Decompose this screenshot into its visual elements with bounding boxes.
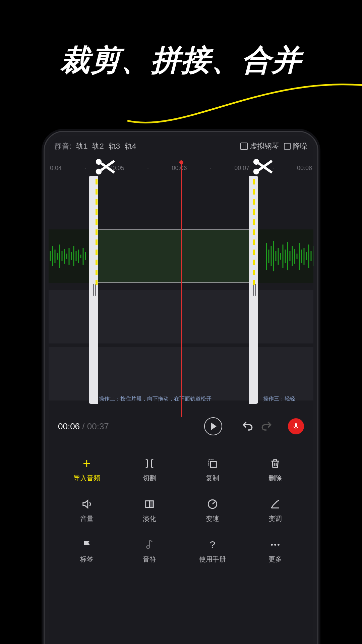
tool-copy[interactable]: 复制 [181, 457, 244, 483]
svg-point-107 [271, 544, 273, 546]
ruler-tick: 00:06 [172, 165, 187, 172]
ruler-dot: · [147, 165, 149, 172]
fade-icon [143, 497, 156, 511]
tool-label: 音符 [143, 555, 156, 564]
tool-manual[interactable]: ? 使用手册 [181, 538, 244, 564]
total-time: 00:37 [87, 421, 109, 431]
tool-volume[interactable]: 音量 [55, 497, 118, 523]
tool-split[interactable]: 切割 [118, 457, 181, 483]
plus-icon: + [80, 457, 94, 470]
pitch-icon [268, 497, 282, 511]
noise-label: 降噪 [293, 141, 307, 151]
tool-label: 变速 [206, 514, 219, 523]
tool-marker[interactable]: 标签 [55, 538, 118, 564]
time-readout: 00:06 / 00:37 [58, 421, 109, 432]
virtual-piano-button[interactable]: 虚拟钢琴 [240, 141, 279, 151]
tool-label: 复制 [206, 474, 219, 483]
piano-icon [240, 143, 248, 150]
scissors-icon [250, 155, 274, 178]
hero-title: 裁剪、拼接、合并 [0, 40, 362, 80]
svg-point-108 [274, 544, 276, 546]
svg-point-106 [147, 546, 150, 549]
tool-label: 变调 [268, 514, 282, 523]
ruler-tick: 00:08 [297, 165, 312, 172]
tool-speed[interactable]: 变速 [181, 497, 244, 523]
clip-hint-text: 操作二：按住片段，向下拖动，在下面轨道松开 [99, 395, 212, 402]
svg-rect-103 [146, 501, 149, 507]
note-icon [143, 538, 156, 551]
trim-dash [96, 179, 98, 286]
microphone-icon [292, 423, 300, 430]
more-icon [268, 538, 282, 551]
svg-rect-102 [210, 462, 216, 467]
current-time: 00:06 [58, 421, 80, 431]
speed-icon [206, 497, 219, 511]
tool-label: 切割 [143, 474, 156, 483]
redo-button[interactable] [259, 419, 274, 434]
ruler-tick: 00:07 [234, 165, 249, 172]
tool-more[interactable]: 更多 [244, 538, 307, 564]
playhead[interactable] [181, 161, 182, 417]
scissors-icon [93, 155, 116, 178]
ruler-dot: · [84, 165, 86, 172]
volume-icon [80, 497, 94, 511]
track-tab-2[interactable]: 轨2 [92, 141, 104, 151]
checkbox-icon [284, 143, 291, 150]
record-button[interactable] [288, 418, 304, 434]
tool-delete[interactable]: 删除 [244, 457, 307, 483]
track-tab-1[interactable]: 轨1 [76, 141, 87, 151]
flag-icon [80, 538, 94, 551]
top-toolbar: 静音: 轨1 轨2 轨3 轨4 虚拟钢琴 降噪 [49, 136, 313, 155]
tool-label: 删除 [268, 474, 282, 483]
app-screen: 静音: 轨1 轨2 轨3 轨4 虚拟钢琴 降噪 0:04 · 00:05 · 0… [49, 136, 313, 644]
tool-label: 更多 [268, 555, 282, 564]
ruler-dot: · [210, 165, 212, 172]
ruler-tick: 0:04 [50, 165, 62, 172]
tool-grid: + 导入音频 切割 复制 删除 音量 淡化 [49, 445, 313, 564]
track-tab-4[interactable]: 轨4 [125, 141, 136, 151]
trim-dash [253, 179, 255, 286]
tool-pitch[interactable]: 变调 [244, 497, 307, 523]
tool-label: 音量 [80, 514, 94, 523]
help-icon: ? [206, 538, 219, 551]
trash-icon [268, 457, 282, 470]
selected-clip[interactable] [89, 229, 258, 283]
piano-label: 虚拟钢琴 [250, 141, 279, 151]
noise-reduction-toggle[interactable]: 降噪 [284, 141, 307, 151]
tool-label: 标签 [80, 555, 94, 564]
svg-rect-101 [295, 423, 297, 427]
svg-point-109 [278, 544, 280, 546]
tool-label: 淡化 [143, 514, 156, 523]
copy-icon [206, 457, 219, 470]
track-tab-3[interactable]: 轨3 [109, 141, 120, 151]
tool-label: 使用手册 [199, 555, 226, 564]
phone-frame: 静音: 轨1 轨2 轨3 轨4 虚拟钢琴 降噪 0:04 · 00:05 · 0… [44, 131, 318, 644]
svg-rect-104 [149, 501, 153, 507]
split-icon [143, 457, 156, 470]
play-button[interactable] [204, 417, 222, 435]
play-icon [211, 423, 217, 430]
tool-label: 导入音频 [73, 474, 100, 483]
undo-button[interactable] [240, 419, 255, 434]
mute-label: 静音: [55, 141, 71, 151]
timeline-tracks[interactable]: 操作二：按住片段，向下拖动，在下面轨道松开 操作三：轻轻 [49, 176, 313, 404]
tool-note[interactable]: 音符 [118, 538, 181, 564]
tool-fade[interactable]: 淡化 [118, 497, 181, 523]
clip-hint-right: 操作三：轻轻 [263, 395, 295, 402]
tool-import-audio[interactable]: + 导入音频 [55, 457, 118, 483]
